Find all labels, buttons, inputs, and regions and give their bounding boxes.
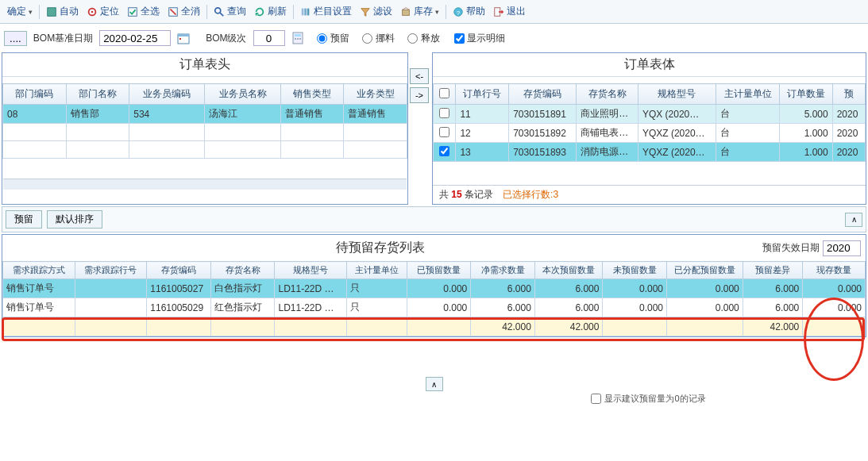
col-header[interactable]: 规格型号 [275, 262, 347, 279]
list-title: 待预留存货列表 [2, 235, 758, 261]
locate-button[interactable]: 定位 [83, 3, 122, 20]
col-header[interactable]: 业务员编码 [129, 84, 205, 105]
table-row[interactable]: 销售订单号1161005029红色指示灯LD11-22D …只0.0006.00… [3, 298, 866, 317]
exit-button[interactable]: 退出 [490, 3, 529, 20]
reserve-radio[interactable]: 预留 [317, 32, 349, 45]
col-header[interactable]: 存货名称 [577, 84, 638, 105]
filter-button[interactable]: 滤设 [357, 3, 395, 20]
release-radio[interactable]: 释放 [407, 32, 440, 45]
svg-rect-10 [307, 8, 310, 15]
order-body-panel: 订单表体 订单行号存货编码存货名称规格型号主计量单位订单数量预 11703015… [432, 52, 866, 205]
selected-rows-label: 已选择行数:3 [503, 188, 558, 202]
col-header[interactable]: 需求跟踪方式 [3, 262, 75, 279]
col-header[interactable]: 部门名称 [66, 84, 129, 105]
column-settings-button[interactable]: 栏目设置 [297, 3, 355, 20]
table-row[interactable]: 137030151893消防电源…YQXZ (2020…台1.0002020 [434, 143, 866, 162]
show-detail-checkbox[interactable]: 显示明细 [454, 32, 505, 45]
reserve-list-grid[interactable]: 需求跟踪方式需求跟踪行号存货编码存货名称规格型号主计量单位已预留数量净需求数量本… [2, 261, 866, 336]
table-row[interactable]: 117030151891商业照明…YQX (2020…台5.0002020 [434, 105, 866, 124]
refresh-button[interactable]: 刷新 [251, 3, 290, 20]
svg-point-20 [295, 38, 296, 40]
col-header[interactable]: 主计量单位 [716, 84, 780, 105]
svg-rect-16 [178, 34, 189, 36]
bom-level-input[interactable] [253, 30, 285, 46]
col-header[interactable]: 规格型号 [638, 84, 716, 105]
help-button[interactable]: ?帮助 [449, 3, 488, 20]
scrollbar[interactable] [3, 179, 407, 190]
svg-rect-0 [48, 7, 56, 16]
order-body-title: 订单表体 [433, 53, 866, 77]
order-body-grid[interactable]: 订单行号存货编码存货名称规格型号主计量单位订单数量预 117030151891商… [433, 83, 866, 162]
col-header[interactable]: 销售类型 [280, 84, 344, 105]
col-header[interactable]: 存货编码 [147, 262, 211, 279]
move-radio[interactable]: 挪料 [362, 32, 395, 45]
svg-rect-9 [304, 8, 307, 15]
table-row[interactable]: 08销售部534汤海江普通销售普通销售 [3, 105, 407, 124]
record-status-bar: 共 15 条记录 已选择行数:3 [433, 185, 866, 204]
svg-point-22 [299, 38, 301, 40]
expire-date-input[interactable] [823, 240, 861, 256]
order-header-title: 订单表头 [2, 53, 407, 77]
col-header[interactable]: 已预留数量 [407, 262, 471, 279]
bom-date-input[interactable] [99, 30, 171, 46]
svg-point-21 [297, 38, 299, 40]
col-header[interactable]: 需求跟踪行号 [75, 262, 147, 279]
bom-level-label: BOM级次 [206, 32, 246, 45]
col-header[interactable] [434, 84, 456, 105]
svg-rect-17 [179, 38, 181, 40]
order-header-grid[interactable]: 部门编码部门名称业务员编码业务员名称销售类型业务类型 08销售部534汤海江普通… [2, 83, 407, 159]
col-header[interactable]: 订单数量 [779, 84, 832, 105]
col-header[interactable]: 业务员名称 [205, 84, 280, 105]
summary-row: 42.00042.00042.000 [3, 317, 866, 336]
select-all-button[interactable]: 全选 [124, 3, 163, 20]
col-header[interactable]: 存货编码 [509, 84, 577, 105]
col-header[interactable]: 净需求数量 [471, 262, 535, 279]
browse-button[interactable]: .... [4, 31, 27, 46]
show-zero-checkbox[interactable]: 显示建议预留量为0的记录 [0, 393, 868, 405]
svg-rect-3 [129, 7, 137, 16]
order-header-panel: 订单表头 部门编码部门名称业务员编码业务员名称销售类型业务类型 08销售部534… [2, 52, 408, 205]
table-row[interactable]: 销售订单号1161005027白色指示灯LD11-22D …只0.0006.00… [3, 279, 866, 298]
pending-reserve-list: 待预留存货列表 预留失效日期 需求跟踪方式需求跟踪行号存货编码存货名称规格型号主… [2, 234, 866, 337]
col-header[interactable]: 现存数量 [803, 262, 866, 279]
bom-date-label: BOM基准日期 [33, 32, 93, 45]
stock-button[interactable]: 库存▾ [397, 3, 442, 20]
col-header[interactable]: 主计量单位 [347, 262, 407, 279]
svg-point-2 [91, 10, 94, 13]
svg-text:?: ? [457, 9, 461, 16]
col-header[interactable]: 未预留数量 [603, 262, 667, 279]
col-header[interactable]: 已分配预留数量 [667, 262, 743, 279]
calculator-icon[interactable] [291, 32, 304, 44]
default-sort-button[interactable]: 默认排序 [47, 210, 102, 229]
col-header[interactable]: 本次预留数量 [534, 262, 603, 279]
svg-rect-11 [403, 10, 410, 15]
expire-date-label: 预留失效日期 [762, 241, 820, 255]
col-header[interactable]: 预 [832, 84, 865, 105]
confirm-button[interactable]: 确定▾ [4, 3, 36, 20]
collapse-button[interactable]: ∧ [845, 213, 862, 227]
col-header[interactable]: 存货名称 [210, 262, 275, 279]
svg-line-7 [220, 12, 223, 15]
move-left-button[interactable]: <- [410, 68, 429, 84]
parameter-bar: .... BOM基准日期 BOM级次 预留 挪料 释放 显示明细 [0, 24, 868, 52]
col-header[interactable]: 部门编码 [3, 84, 67, 105]
svg-rect-8 [302, 8, 304, 15]
main-toolbar: 确定▾ 自动 定位 全选 全消 查询 刷新 栏目设置 滤设 库存▾ ?帮助 退出 [0, 0, 868, 24]
svg-line-5 [171, 9, 176, 14]
reserve-button[interactable]: 预留 [6, 210, 42, 229]
query-button[interactable]: 查询 [210, 3, 249, 20]
svg-rect-19 [295, 34, 301, 36]
select-none-button[interactable]: 全消 [164, 3, 203, 20]
col-header[interactable]: 订单行号 [456, 84, 509, 105]
move-right-button[interactable]: -> [410, 87, 429, 103]
table-row[interactable]: 127030151892商铺电表…YQXZ (2020…台1.0002020 [434, 124, 866, 143]
calendar-icon[interactable] [177, 32, 190, 44]
action-bar: 预留 默认排序 ∧ [2, 206, 866, 232]
collapse-bottom-button[interactable]: ∧ [426, 377, 443, 391]
col-header[interactable]: 业务类型 [344, 84, 407, 105]
svg-point-6 [215, 7, 221, 13]
auto-button[interactable]: 自动 [43, 3, 82, 20]
col-header[interactable]: 预留差异 [743, 262, 803, 279]
